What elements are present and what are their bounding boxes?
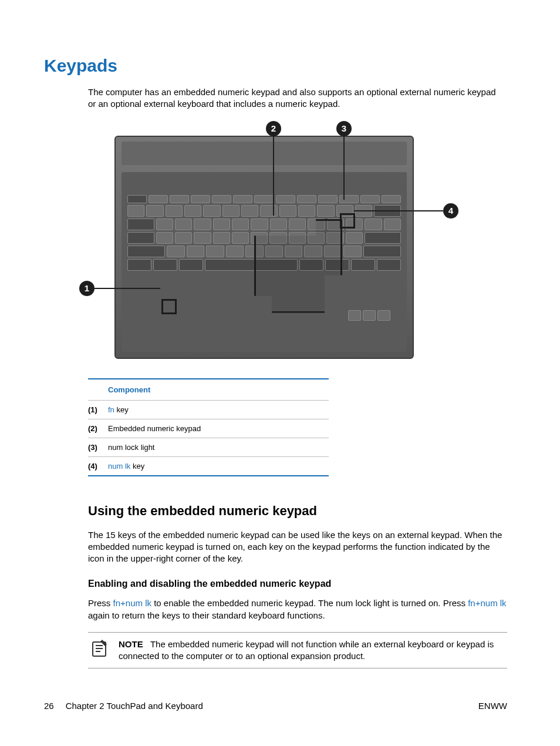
table-row: (1) fn key	[88, 401, 329, 419]
component-table: Component (1) fn key (2) Embedded numeri…	[88, 378, 329, 476]
page-footer: 26 Chapter 2 TouchPad and Keyboard ENWW	[44, 701, 507, 711]
note-icon	[90, 639, 110, 663]
row-index: (1)	[88, 405, 108, 414]
section-paragraph: The 15 keys of the embedded numeric keyp…	[88, 529, 507, 565]
subsection-heading: Enabling and disabling the embedded nume…	[88, 579, 507, 589]
row-label: fn key	[108, 405, 129, 414]
table-row: (4) num lk key	[88, 457, 329, 476]
footer-right: ENWW	[478, 701, 507, 711]
numlk-key-outline	[340, 213, 355, 228]
row-index: (4)	[88, 462, 108, 471]
intro-paragraph: The computer has an embedded numeric key…	[88, 86, 499, 110]
page-number: 26	[44, 701, 54, 711]
table-row: (2) Embedded numeric keypad	[88, 419, 329, 438]
callout-1: 1	[79, 281, 95, 296]
callout-4: 4	[443, 203, 458, 219]
fn-key-outline	[161, 299, 177, 314]
row-label: num lock light	[108, 443, 154, 452]
section-paragraph: Press fn+num lk to enable the embedded n…	[88, 597, 507, 621]
row-index: (2)	[88, 424, 108, 433]
keyboard-diagram: 1 2 3 4	[79, 121, 467, 362]
table-header: Component	[88, 379, 329, 401]
row-label: num lk key	[108, 462, 144, 471]
note-box: NOTE The embedded numeric keypad will no…	[88, 632, 507, 669]
chapter-label: Chapter 2 TouchPad and Keyboard	[66, 701, 203, 711]
page-title: Keypads	[44, 56, 507, 76]
note-text: NOTE The embedded numeric keypad will no…	[119, 639, 505, 663]
row-index: (3)	[88, 443, 108, 452]
section-heading: Using the embedded numeric keypad	[88, 503, 507, 519]
laptop-illustration	[114, 136, 414, 359]
callout-3: 3	[336, 121, 352, 136]
table-row: (3) num lock light	[88, 438, 329, 457]
callout-2: 2	[266, 121, 281, 136]
row-label: Embedded numeric keypad	[108, 424, 201, 433]
